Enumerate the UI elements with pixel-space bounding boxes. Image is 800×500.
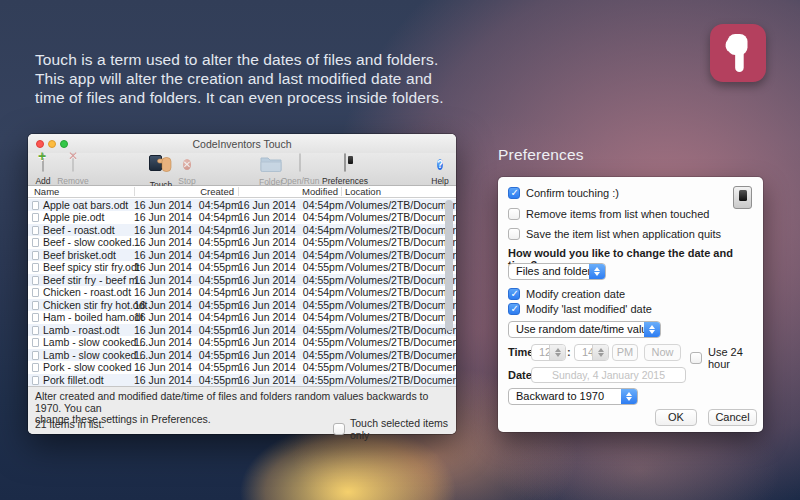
- touch-selected-checkbox[interactable]: [333, 423, 345, 435]
- table-row[interactable]: Pork - slow cooked ...16 Jun 201404:55pm…: [28, 361, 456, 373]
- modify-creation-checkbox[interactable]: [508, 288, 520, 300]
- ok-button[interactable]: OK: [655, 409, 697, 426]
- scrollbar-thumb[interactable]: [445, 200, 453, 331]
- table-row[interactable]: Chicken stir fry hot.odt16 Jun 201404:55…: [28, 299, 456, 311]
- cancel-button[interactable]: Cancel: [708, 409, 757, 426]
- vertical-scrollbar[interactable]: [445, 200, 453, 385]
- created-date: 16 Jun 2014: [134, 336, 192, 348]
- created-date: 16 Jun 2014: [134, 236, 192, 248]
- stepper-arrows-icon: [592, 345, 608, 360]
- modified-date: 16 Jun 2014: [238, 274, 296, 286]
- use-24-hour-row[interactable]: Use 24 hour: [690, 346, 763, 370]
- modify-modified-checkbox[interactable]: [508, 303, 520, 315]
- save-list-row[interactable]: Save the item list when application quit…: [508, 228, 721, 240]
- column-header-modified[interactable]: Modified: [238, 186, 338, 197]
- table-row[interactable]: Apple oat bars.odt16 Jun 201404:54pm16 J…: [28, 199, 456, 211]
- file-location: /Volumes/2TB/Documen…: [345, 311, 456, 323]
- table-row[interactable]: Apple pie.odt16 Jun 201404:54pm16 Jun 20…: [28, 211, 456, 223]
- created-time: 04:55pm: [199, 349, 240, 361]
- intro-text: Touch is a term used to alter the dates …: [35, 50, 444, 107]
- table-row[interactable]: Beef - slow cooked....16 Jun 201404:55pm…: [28, 236, 456, 248]
- modified-time: 04:55pm: [303, 299, 344, 311]
- created-cell: 16 Jun 201404:54pm: [134, 311, 234, 323]
- touch-selected-label: Touch selected items only: [350, 417, 456, 441]
- column-header-location[interactable]: Location: [345, 186, 381, 197]
- modified-time: 04:55pm: [303, 336, 344, 348]
- table-row[interactable]: Chicken - roast.odt16 Jun 201404:54pm16 …: [28, 286, 456, 298]
- created-cell: 16 Jun 201404:55pm: [134, 349, 234, 361]
- file-name: Beef stir fry - beef m...: [43, 274, 146, 286]
- status-bar: Alter created and modified date/time of …: [28, 386, 456, 434]
- remove-items-row[interactable]: Remove items from list when touched: [508, 208, 709, 220]
- intro-line: This app will alter the creation and las…: [35, 69, 444, 88]
- modified-date: 16 Jun 2014: [238, 211, 296, 223]
- modified-time: 04:54pm: [303, 249, 344, 261]
- modified-cell: 16 Jun 201404:55pm: [238, 336, 338, 348]
- file-name: Beef spicy stir fry.odt: [43, 261, 140, 273]
- remove-items-checkbox[interactable]: [508, 208, 520, 220]
- modified-date: 16 Jun 2014: [238, 361, 296, 373]
- modified-date: 16 Jun 2014: [238, 286, 296, 298]
- preferences-button[interactable]: Preferences: [322, 154, 368, 186]
- date-field: Sunday, 4 January 2015: [531, 367, 686, 383]
- column-divider[interactable]: [238, 187, 239, 196]
- table-row[interactable]: Lamb - slow cooked ...16 Jun 201404:55pm…: [28, 349, 456, 361]
- switch-icon: [344, 154, 346, 175]
- table-row[interactable]: Pork fillet.odt16 Jun 201404:55pm16 Jun …: [28, 374, 456, 386]
- table-row[interactable]: Beef stir fry - beef m...16 Jun 201404:5…: [28, 274, 456, 286]
- modified-date: 16 Jun 2014: [238, 349, 296, 361]
- table-row[interactable]: Ham - boiled ham.odt16 Jun 201404:54pm16…: [28, 311, 456, 323]
- file-name: Beef brisket.odt: [43, 249, 116, 261]
- mode-select[interactable]: Use random date/time values: [508, 321, 661, 338]
- table-row[interactable]: Lamb - slow cooked ...16 Jun 201404:55pm…: [28, 336, 456, 348]
- modify-creation-row[interactable]: Modify creation date: [508, 288, 625, 300]
- help-button[interactable]: ? Help: [417, 154, 463, 186]
- modified-time: 04:55pm: [303, 349, 344, 361]
- intro-line: Touch is a term used to alter the dates …: [35, 50, 444, 69]
- items-count: 21 items in list.: [35, 418, 104, 430]
- modified-time: 04:55pm: [303, 361, 344, 373]
- document-icon: [32, 313, 39, 322]
- target-select[interactable]: Files and folders: [508, 263, 606, 280]
- column-header-name[interactable]: Name: [34, 186, 59, 197]
- file-location: /Volumes/2TB/Documen…: [345, 249, 456, 261]
- modified-cell: 16 Jun 201404:55pm: [238, 261, 338, 273]
- select-arrows-icon: [644, 322, 660, 337]
- confirm-touching-row[interactable]: Confirm touching :): [508, 187, 619, 199]
- save-list-checkbox[interactable]: [508, 228, 520, 240]
- direction-select[interactable]: Backward to 1970: [508, 388, 638, 405]
- window-icon: [299, 154, 301, 175]
- created-date: 16 Jun 2014: [134, 224, 192, 236]
- created-cell: 16 Jun 201404:55pm: [134, 261, 234, 273]
- column-header-created[interactable]: Created: [134, 186, 234, 197]
- created-cell: 16 Jun 201404:55pm: [134, 361, 234, 373]
- column-divider[interactable]: [134, 187, 135, 196]
- touch-selected-checkbox-row[interactable]: Touch selected items only: [333, 417, 456, 441]
- document-icon: [32, 338, 39, 347]
- column-divider[interactable]: [341, 187, 342, 196]
- file-location: /Volumes/2TB/Documen…: [345, 236, 456, 248]
- table-header[interactable]: Name Created Modified Location: [28, 186, 456, 198]
- modify-modified-row[interactable]: Modify 'last modified' date: [508, 303, 652, 315]
- file-location: /Volumes/2TB/Documen…: [345, 274, 456, 286]
- created-cell: 16 Jun 201404:55pm: [134, 324, 234, 336]
- use-24-hour-checkbox[interactable]: [690, 352, 702, 364]
- title-bar[interactable]: CodeInventors Touch: [28, 134, 456, 153]
- modified-time: 04:54pm: [303, 211, 344, 223]
- modified-date: 16 Jun 2014: [238, 249, 296, 261]
- modified-cell: 16 Jun 201404:54pm: [238, 286, 338, 298]
- confirm-touching-checkbox[interactable]: [508, 187, 520, 199]
- app-icon[interactable]: [710, 24, 766, 82]
- modified-time: 04:55pm: [303, 274, 344, 286]
- modified-time: 04:55pm: [303, 236, 344, 248]
- table-row[interactable]: Lamb - roast.odt16 Jun 201404:55pm16 Jun…: [28, 324, 456, 336]
- created-cell: 16 Jun 201404:55pm: [134, 299, 234, 311]
- created-time: 04:55pm: [199, 361, 240, 373]
- table-row[interactable]: Beef - roast.odt16 Jun 201404:54pm16 Jun…: [28, 224, 456, 236]
- document-icon: [32, 263, 39, 272]
- modified-time: 04:54pm: [303, 311, 344, 323]
- table-row[interactable]: Beef spicy stir fry.odt16 Jun 201404:55p…: [28, 261, 456, 273]
- modified-date: 16 Jun 2014: [238, 299, 296, 311]
- created-time: 04:55pm: [199, 274, 240, 286]
- table-row[interactable]: Beef brisket.odt16 Jun 201404:54pm16 Jun…: [28, 249, 456, 261]
